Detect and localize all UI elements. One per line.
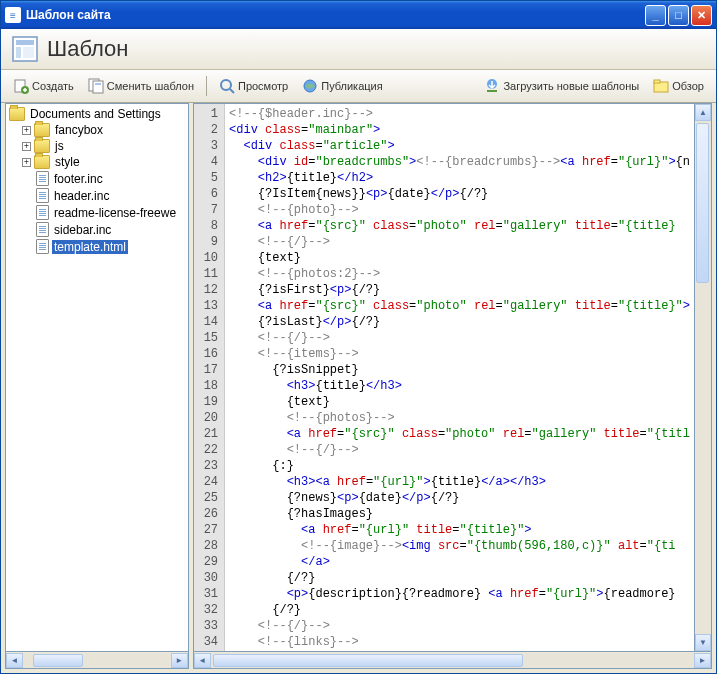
code-line[interactable]: <a href="{url}" title="{title}"> [229,522,690,538]
close-button[interactable]: ✕ [691,5,712,26]
svg-rect-15 [654,80,660,83]
browse-button[interactable]: Обзор [647,74,710,98]
code-line[interactable]: <a href="{src}" class="photo" rel="galle… [229,298,690,314]
expand-icon[interactable]: + [22,142,31,151]
tree-file[interactable]: sidebar.inc [6,221,188,238]
svg-rect-3 [23,47,34,58]
code-line[interactable]: <!--{/}--> [229,442,690,458]
line-number: 20 [204,410,218,426]
code-line[interactable]: {?news}<p>{date}</p>{/?} [229,490,690,506]
editor-vscrollbar[interactable]: ▲ ▼ [695,103,712,652]
line-number: 1 [204,106,218,122]
tree-root[interactable]: Documents and Settings [6,106,188,122]
file-tree[interactable]: Documents and Settings+fancybox+js+style… [5,103,189,652]
publish-icon [302,78,318,94]
code-line[interactable]: <a href="{src}" class="photo" rel="galle… [229,426,690,442]
sidebar-hscrollbar[interactable]: ◄ ► [5,652,189,669]
tree-file[interactable]: template.html [6,238,188,255]
content-area: Documents and Settings+fancybox+js+style… [1,103,716,673]
code-line[interactable]: <!--{image}--><img src="{thumb(596,180,c… [229,538,690,554]
code-line[interactable]: {text} [229,250,690,266]
window-title: Шаблон сайта [26,8,645,22]
tree-item-label: js [53,139,66,153]
code-line[interactable]: <!--{$header.inc}--> [229,106,690,122]
code-line[interactable]: <h3><a href="{url}">{title}</a></h3> [229,474,690,490]
minimize-button[interactable]: _ [645,5,666,26]
maximize-button[interactable]: □ [668,5,689,26]
change-template-button[interactable]: Сменить шаблон [82,74,200,98]
line-number: 21 [204,426,218,442]
publish-button[interactable]: Публикация [296,74,388,98]
scroll-right-button[interactable]: ► [171,653,188,668]
change-template-icon [88,78,104,94]
code-line[interactable]: {/?} [229,570,690,586]
download-templates-button[interactable]: Загрузить новые шаблоны [478,74,645,98]
tree-folder[interactable]: +fancybox [6,122,188,138]
code-line[interactable]: <!--{photo}--> [229,202,690,218]
line-number: 28 [204,538,218,554]
code-line[interactable]: <!--{photos:2}--> [229,266,690,282]
line-number: 29 [204,554,218,570]
line-number: 30 [204,570,218,586]
code-line[interactable]: <a href="{src}" class="photo" rel="galle… [229,218,690,234]
titlebar[interactable]: ≡ Шаблон сайта _ □ ✕ [1,1,716,29]
scroll-thumb[interactable] [696,123,709,283]
scroll-down-button[interactable]: ▼ [695,634,711,651]
expand-icon[interactable]: + [22,126,31,135]
code-line[interactable]: <p>{description}{?readmore} <a href="{ur… [229,586,690,602]
line-number: 27 [204,522,218,538]
page-title: Шаблон [47,36,128,62]
line-number: 26 [204,506,218,522]
line-number: 22 [204,442,218,458]
line-number: 16 [204,346,218,362]
create-button[interactable]: Создать [7,74,80,98]
preview-icon [219,78,235,94]
code-line[interactable]: <!--{links}--> [229,634,690,650]
tree-folder[interactable]: +style [6,154,188,170]
sidebar: Documents and Settings+fancybox+js+style… [5,103,189,669]
code-line[interactable]: <div id="breadcrumbs"><!--{breadcrumbs}-… [229,154,690,170]
code-line[interactable]: <h3>{title}</h3> [229,378,690,394]
svg-rect-1 [16,40,34,45]
scroll-left-button[interactable]: ◄ [194,653,211,668]
code-line[interactable]: {/?} [229,602,690,618]
code-line[interactable]: <!--{photos}--> [229,410,690,426]
code-editor[interactable]: 1234567891011121314151617181920212223242… [193,103,695,652]
code-line[interactable]: {?IsItem{news}}<p>{date}</p>{/?} [229,186,690,202]
code-line[interactable]: {:} [229,458,690,474]
scroll-right-button[interactable]: ► [694,653,711,668]
code-line[interactable]: <!--{/}--> [229,618,690,634]
folder-open-icon [9,107,25,121]
svg-rect-8 [95,83,101,85]
line-number: 17 [204,362,218,378]
preview-button[interactable]: Просмотр [213,74,294,98]
code-line[interactable]: {?isSnippet} [229,362,690,378]
scroll-up-button[interactable]: ▲ [695,104,711,121]
tree-folder[interactable]: +js [6,138,188,154]
editor-hscrollbar[interactable]: ◄ ► [193,652,712,669]
tree-file[interactable]: readme-license-freewe [6,204,188,221]
code-line[interactable]: <!--{items}--> [229,346,690,362]
code-line[interactable]: {?hasImages} [229,506,690,522]
code-line[interactable]: <!--{/}--> [229,330,690,346]
tree-file[interactable]: footer.inc [6,170,188,187]
code-line[interactable]: {?isLast}</p>{/?} [229,314,690,330]
svg-rect-7 [93,81,103,93]
line-number: 6 [204,186,218,202]
scroll-left-button[interactable]: ◄ [6,653,23,668]
scroll-thumb[interactable] [33,654,83,667]
code-line[interactable]: </a> [229,554,690,570]
code-line[interactable]: <!--{/}--> [229,234,690,250]
code-line[interactable]: {?isFirst}<p>{/?} [229,282,690,298]
tree-item-label: fancybox [53,123,105,137]
code-line[interactable]: {text} [229,394,690,410]
line-number: 3 [204,138,218,154]
download-icon [484,78,500,94]
code-line[interactable]: <div class="article"> [229,138,690,154]
tree-file[interactable]: header.inc [6,187,188,204]
scroll-thumb[interactable] [213,654,523,667]
code-content[interactable]: <!--{$header.inc}--><div class="mainbar"… [225,104,694,651]
expand-icon[interactable]: + [22,158,31,167]
code-line[interactable]: <h2>{title}</h2> [229,170,690,186]
code-line[interactable]: <div class="mainbar"> [229,122,690,138]
